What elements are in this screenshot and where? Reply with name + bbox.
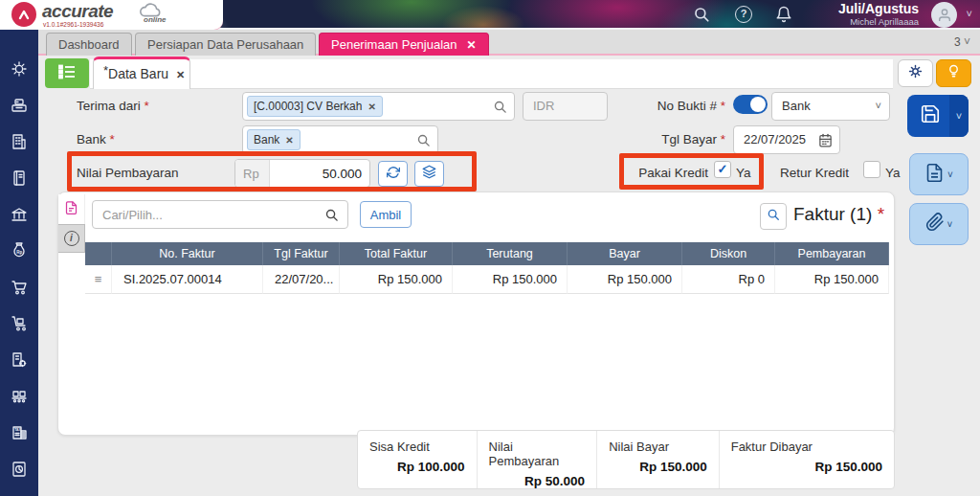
col-pembayaran[interactable]: Pembayaran <box>775 242 889 265</box>
info-icon: i <box>64 231 79 246</box>
sidebar-item-pembelian[interactable] <box>10 278 29 297</box>
cell-terutang[interactable]: Rp 150.000 <box>453 265 568 294</box>
tab-data-baru[interactable]: *Data Baru✕ <box>93 56 190 89</box>
sidebar-item-settings[interactable] <box>10 59 29 79</box>
customer-chip[interactable]: [C.00003] CV Berkah✕ <box>247 96 383 117</box>
bank-field[interactable]: Bank✕ <box>242 125 438 154</box>
drag-handle-icon[interactable]: ≡ <box>85 265 112 294</box>
tgl-bayar-field[interactable]: 22/07/2025 <box>733 125 840 154</box>
sidebar-item-buku-besar[interactable] <box>10 169 29 188</box>
cell-total-faktur[interactable]: Rp 150.000 <box>340 265 453 294</box>
no-bukti-type-select[interactable]: Bank˅ <box>771 92 890 121</box>
chip-close-icon[interactable]: ✕ <box>285 135 293 146</box>
cell-no-faktur[interactable]: SI.2025.07.00014 <box>112 265 263 294</box>
cell-bayar[interactable]: Rp 150.000 <box>568 265 682 294</box>
cell-diskon[interactable]: Rp 0 <box>682 265 775 294</box>
inventory-trolley-icon <box>10 320 29 336</box>
cell-pembayaran[interactable]: Rp 150.000 <box>775 265 889 294</box>
distribute-amount-button[interactable] <box>414 161 444 187</box>
faktur-panel: i Ambil Faktur (1) * No. Faktur Tgl Fakt… <box>57 192 895 436</box>
bank-chip[interactable]: Bank✕ <box>247 129 301 150</box>
settings-button[interactable] <box>898 59 933 87</box>
avatar[interactable] <box>931 2 957 28</box>
col-terutang[interactable]: Terutang <box>453 242 568 265</box>
detail-tab-info[interactable]: i <box>58 224 85 253</box>
period-label: Juli/Agustus <box>838 1 919 16</box>
brand-logo[interactable]: accurate online v1.0.1#2961-1939436 <box>0 0 223 30</box>
help-icon[interactable]: ? <box>735 6 752 23</box>
sidebar-item-aset[interactable] <box>10 350 29 370</box>
col-bayar[interactable]: Bayar <box>568 242 682 265</box>
sidebar-item-penjualan[interactable]: Rp <box>10 241 29 260</box>
report-chart-icon <box>10 465 29 482</box>
col-total-faktur[interactable]: Total Faktur <box>340 242 453 265</box>
record-list-button[interactable] <box>45 58 89 88</box>
calendar-icon[interactable] <box>818 133 833 150</box>
svg-text:Rp: Rp <box>16 250 22 255</box>
notification-bell-icon[interactable] <box>775 6 792 23</box>
close-data-baru-icon[interactable]: ✕ <box>176 69 185 80</box>
tab-persiapan-data-perusahaan[interactable]: Persiapan Data Perusahaan <box>135 33 316 56</box>
sidebar-item-pajak[interactable]: TAX <box>10 423 29 442</box>
no-bukti-toggle[interactable] <box>733 95 768 114</box>
ambil-button[interactable]: Ambil <box>360 201 412 228</box>
nilai-pembayaran-label: Nilai Pembayaran <box>77 166 179 180</box>
retur-kredit-option: Ya <box>885 166 901 180</box>
search-icon[interactable] <box>693 6 710 23</box>
tab-penerimaan-penjualan[interactable]: Penerimaan Penjualan✕ <box>319 33 489 56</box>
terima-dari-field[interactable]: [C.00003] CV Berkah✕ <box>242 92 515 121</box>
user-menu-chevron-icon[interactable]: ˅ <box>967 8 972 19</box>
sidebar-item-laporan[interactable] <box>10 460 29 479</box>
document-actions-button[interactable]: ˅ <box>909 153 969 195</box>
chevron-down-icon: ˅ <box>947 219 953 230</box>
money-bag-icon: Rp <box>10 247 29 263</box>
sidebar-item-manufaktur[interactable] <box>10 387 29 406</box>
terima-dari-label: Terima dari * <box>77 99 149 113</box>
no-bukti-label: No Bukti # * <box>593 99 725 113</box>
close-tab-icon[interactable]: ✕ <box>467 38 477 52</box>
retur-kredit-checkbox[interactable] <box>863 161 880 178</box>
handle-column-header <box>85 242 112 265</box>
save-floppy-icon <box>920 103 941 128</box>
table-row[interactable]: ≡ SI.2025.07.00014 22/07/20... Rp 150.00… <box>85 265 889 294</box>
inner-tabstrip <box>90 59 893 89</box>
search-icon[interactable] <box>493 100 507 118</box>
recalculate-button[interactable] <box>378 161 408 187</box>
faktur-lookup-button[interactable] <box>760 203 787 230</box>
sidebar-item-kas-bank[interactable] <box>10 205 29 224</box>
col-diskon[interactable]: Diskon <box>682 242 775 265</box>
tgl-bayar-label: Tgl Bayar * <box>593 132 725 147</box>
manufacture-conveyor-icon <box>10 393 29 409</box>
sidebar-item-persediaan[interactable] <box>10 314 29 333</box>
save-button[interactable]: ˅ <box>907 95 969 137</box>
cell-tgl-faktur[interactable]: 22/07/20... <box>263 265 340 294</box>
retur-kredit-label: Retur Kredit <box>780 166 849 180</box>
summary-nilai-bayar: Nilai Bayar Rp 150.000 <box>597 431 720 488</box>
col-tgl-faktur[interactable]: Tgl Faktur <box>263 242 340 265</box>
asset-factory-icon <box>10 356 29 372</box>
detail-tab-invoice[interactable] <box>58 194 85 224</box>
tax-document-icon: TAX <box>10 429 29 445</box>
attachment-button[interactable]: ˅ <box>909 203 969 245</box>
nilai-pembayaran-value[interactable]: 50.000 <box>270 160 369 187</box>
user-name: Michel Aprillaaaa <box>838 16 919 27</box>
chevron-down-icon: ˅ <box>947 169 953 180</box>
sidebar-item-kasir[interactable] <box>10 96 29 115</box>
faktur-search-input[interactable] <box>92 200 348 229</box>
layers-icon <box>422 165 436 183</box>
chip-close-icon[interactable]: ✕ <box>368 101 375 112</box>
tab-overflow-dropdown[interactable]: 3 <box>954 35 970 49</box>
save-options-chevron-icon[interactable]: ˅ <box>949 95 969 137</box>
tips-button[interactable] <box>936 59 971 87</box>
nilai-pembayaran-field[interactable]: Rp 50.000 <box>234 159 370 188</box>
unsaved-marker: * <box>103 63 108 78</box>
col-no-faktur[interactable]: No. Faktur <box>112 242 263 265</box>
tab-dashboard[interactable]: Dashboard <box>46 33 132 56</box>
journal-book-icon <box>10 174 29 191</box>
data-baru-label: Data Baru <box>108 66 168 81</box>
pakai-kredit-checkbox[interactable]: ✓ <box>714 161 731 178</box>
user-info[interactable]: Juli/Agustus Michel Aprillaaaa <box>838 1 919 27</box>
gear-icon <box>907 63 924 83</box>
search-icon[interactable] <box>416 133 431 151</box>
sidebar-item-perusahaan[interactable] <box>10 132 29 151</box>
